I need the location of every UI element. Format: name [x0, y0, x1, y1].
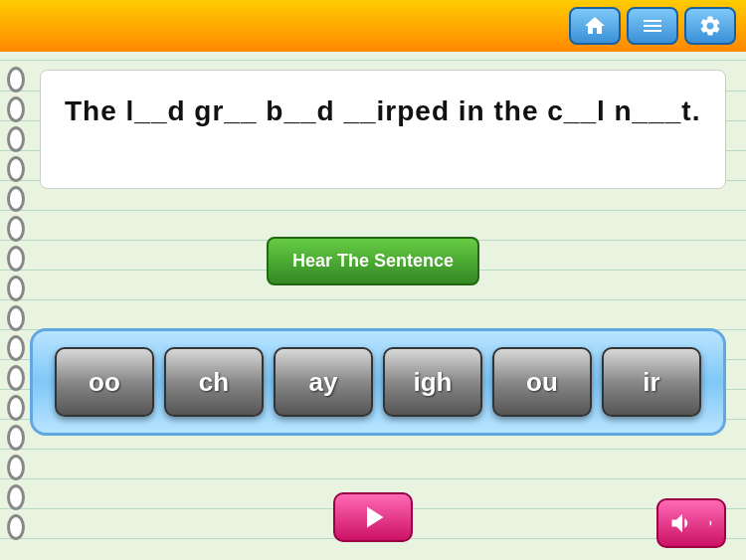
- spiral-hole: [7, 126, 25, 152]
- tile-ch-label: ch: [199, 367, 229, 398]
- tiles-container: oochayighouir: [30, 328, 726, 436]
- menu-button[interactable]: [627, 7, 678, 45]
- spiral-hole: [7, 186, 25, 212]
- spiral-hole: [7, 246, 25, 272]
- tile-ch[interactable]: ch: [164, 347, 264, 417]
- audio-button[interactable]: [656, 498, 726, 548]
- spiral-binding: [0, 52, 32, 560]
- spiral-hole: [7, 395, 25, 421]
- tile-ay-label: ay: [309, 367, 338, 398]
- tile-igh-label: igh: [414, 367, 453, 398]
- spiral-hole: [7, 67, 25, 93]
- tile-ou-label: ou: [526, 367, 558, 398]
- tile-ay[interactable]: ay: [274, 347, 373, 417]
- sentence-card: The l__d gr__ b__d __irped in the c__l n…: [40, 70, 726, 189]
- spiral-hole: [7, 305, 25, 331]
- spiral-hole: [7, 156, 25, 182]
- settings-button[interactable]: [684, 7, 736, 45]
- spiral-hole: [7, 335, 25, 361]
- tile-ir-label: ir: [643, 367, 659, 398]
- tile-oo-label: oo: [89, 367, 120, 398]
- spiral-hole: [7, 455, 25, 480]
- spiral-hole: [7, 484, 25, 510]
- spiral-hole: [7, 514, 25, 540]
- hear-sentence-button[interactable]: Hear The Sentence: [267, 237, 479, 285]
- top-bar: [0, 0, 746, 52]
- tile-ir[interactable]: ir: [602, 347, 701, 417]
- spiral-hole: [7, 276, 25, 301]
- next-button[interactable]: [333, 492, 413, 542]
- sentence-text: The l__d gr__ b__d __irped in the c__l n…: [65, 91, 701, 132]
- tile-oo[interactable]: oo: [55, 347, 154, 417]
- spiral-hole: [7, 96, 25, 122]
- tile-ou[interactable]: ou: [492, 347, 592, 417]
- spiral-hole: [7, 425, 25, 451]
- home-button[interactable]: [569, 7, 621, 45]
- spiral-hole: [7, 216, 25, 242]
- spiral-hole: [7, 365, 25, 391]
- tile-igh[interactable]: igh: [383, 347, 482, 417]
